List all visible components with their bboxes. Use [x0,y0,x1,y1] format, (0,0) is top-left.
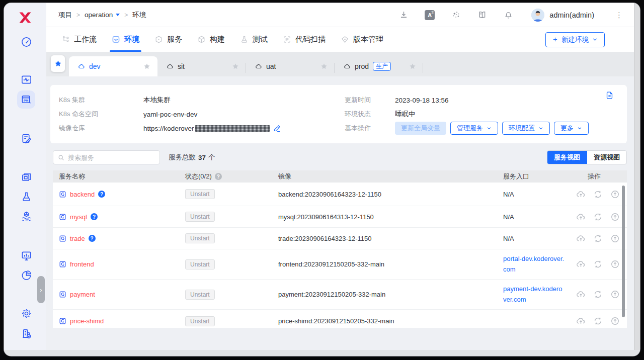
sidebar-item-settings[interactable] [17,304,35,322]
download-icon[interactable] [390,10,417,20]
view-toggle-service[interactable]: 服务视图 [547,150,587,164]
question-icon[interactable] [89,235,96,242]
cloud-icon [78,63,85,70]
tab-environment[interactable]: 环境 [112,27,139,52]
breadcrumb-project-name[interactable]: operation [85,11,113,19]
service-name-link[interactable]: backend [70,191,95,198]
sync-icon[interactable] [593,290,603,299]
breadcrumb-separator: > [124,12,128,19]
service-name-link[interactable]: mysql [70,213,87,221]
update-global-vars-button[interactable]: 更新全局变量 [395,122,446,135]
sidebar-item-organization[interactable] [17,324,35,342]
tab-service[interactable]: 服务 [154,27,182,52]
create-env-button[interactable]: 新建环境 [545,32,605,47]
sidebar-item-monitor[interactable] [17,70,35,88]
env-tab-dev[interactable]: dev [69,56,157,76]
window-right-gutter[interactable] [634,3,640,356]
field-value-updated: 2023-09-18 13:56 [395,97,449,104]
question-icon[interactable] [91,213,98,220]
service-icon [59,291,66,298]
sidebar-item-projects[interactable] [17,91,35,109]
star-icon[interactable] [232,63,239,70]
sync-icon[interactable] [593,234,603,243]
cloud-upload-icon[interactable] [576,316,586,326]
organization-icon [21,328,32,339]
sync-icon[interactable] [593,259,603,269]
env-config-button[interactable]: 环境配置 [502,122,550,135]
tab-test[interactable]: 测试 [240,27,268,52]
tab-version[interactable]: 版本管理 [341,27,383,52]
test-icon [240,35,249,44]
table-scrollbar[interactable] [622,186,625,317]
service-entry-link[interactable]: portal-dev.koderover.com [503,254,565,274]
env-tab-sit[interactable]: sit [157,56,246,76]
service-name-link[interactable]: frontend [70,260,94,268]
breadcrumb-project[interactable]: 项目 [58,11,72,20]
sidebar-item-delivery[interactable] [17,168,35,186]
dashboard-icon [21,36,32,48]
sidebar-item-data-insight[interactable] [17,266,35,284]
env-tab-prod[interactable]: prod 生产 [335,56,423,76]
docs-icon[interactable] [469,10,495,20]
cluster-icon[interactable] [443,10,469,20]
manage-services-button[interactable]: 管理服务 [450,122,498,135]
cloud-upload-icon[interactable] [576,290,586,299]
env-doc-icon[interactable] [605,91,614,100]
sidebar-item-release-note[interactable] [17,129,35,147]
breadcrumb: 项目 > operation > 环境 [58,11,146,20]
sync-icon[interactable] [593,212,603,222]
field-label-cluster: K8s 集群 [59,96,143,105]
user-name[interactable]: admin(admin) [549,11,594,19]
edit-icon[interactable] [273,125,281,132]
circle-up-icon[interactable] [610,234,620,243]
cloud-upload-icon[interactable] [576,234,586,243]
cloud-icon [344,63,351,70]
favorite-star-button[interactable] [51,55,65,72]
sidebar-item-artifact[interactable] [17,207,35,225]
circle-up-icon[interactable] [610,212,620,222]
sidebar-collapse-handle[interactable]: › [37,276,45,303]
cloud-upload-icon[interactable] [576,259,586,269]
avatar[interactable] [531,9,544,22]
question-icon[interactable] [98,191,105,198]
star-icon[interactable] [143,63,150,70]
search-input[interactable] [68,154,155,161]
service-toolbar: 服务总数37个 服务视图 资源视图 [53,150,627,164]
zadig-logo-icon[interactable] [19,12,32,24]
field-label-namespace: K8s 命名空间 [59,110,143,119]
bell-icon[interactable] [495,10,521,20]
circle-up-icon[interactable] [610,290,620,299]
service-entry-link[interactable]: payment-dev.koderover.com [503,284,565,304]
star-icon[interactable] [320,63,328,70]
star-icon[interactable] [409,63,416,70]
service-name-link[interactable]: trade [70,235,85,242]
sidebar-item-dashboard[interactable] [17,33,35,51]
more-actions-button[interactable]: 更多 [554,122,589,135]
circle-up-icon[interactable] [610,190,620,199]
sidebar: › [4,3,46,350]
sidebar-item-data-board[interactable] [17,246,35,264]
sync-icon[interactable] [593,316,603,326]
service-name-link[interactable]: price-shimd [70,317,104,325]
entry-cell: N/A [497,191,576,198]
circle-up-icon[interactable] [610,259,620,269]
tab-build[interactable]: 构建 [197,27,225,52]
table-row: frontend Unstart frontend:20230912150205… [53,249,627,280]
help-icon[interactable] [215,173,222,180]
tab-workflow[interactable]: 工作流 [61,27,97,52]
cloud-upload-icon[interactable] [576,190,586,199]
service-name-link[interactable]: payment [70,291,95,298]
field-label-updated: 更新时间 [345,96,395,105]
env-tab-uat[interactable]: uat [246,56,335,76]
more-icon[interactable]: ⋮ [615,11,623,20]
tab-code-scan[interactable]: 代码扫描 [283,27,326,52]
service-icon [59,317,66,325]
circle-up-icon[interactable] [610,316,620,326]
sync-icon[interactable] [593,190,603,199]
view-toggle-resource[interactable]: 资源视图 [587,151,626,164]
service-total: 服务总数37个 [169,153,215,162]
chevron-down-icon[interactable] [116,14,120,16]
sidebar-item-test-lab[interactable] [17,188,35,206]
cloud-upload-icon[interactable] [576,212,586,222]
translate-icon[interactable]: A文 [417,10,443,20]
